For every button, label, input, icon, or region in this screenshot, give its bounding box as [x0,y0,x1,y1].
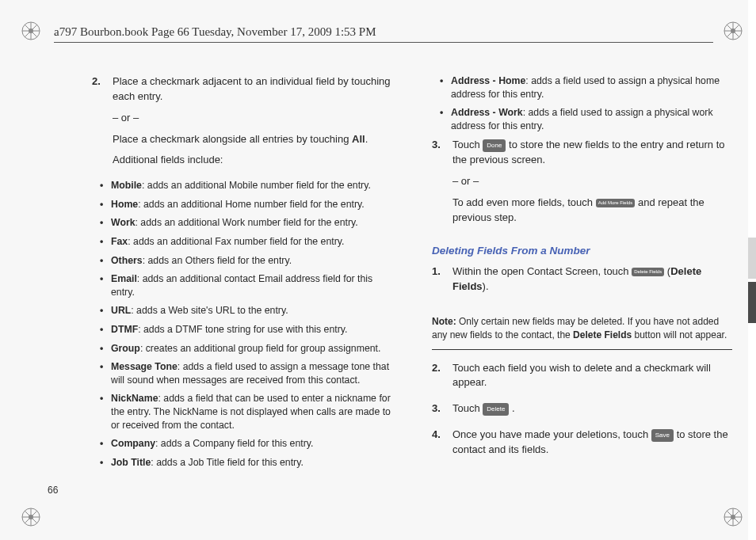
list-item: URL: adds a Web site's URL to the entry. [100,304,392,318]
step-number: 4. [432,428,452,464]
step-or: – or – [113,111,392,126]
page-header: a797 Bourbon.book Page 66 Tuesday, Novem… [54,25,713,43]
right-column: Address - Home: adds a field used to ass… [427,74,732,508]
list-item: Mobile: adds an additional Mobile number… [100,179,392,192]
step-2: 2. Place a checkmark adjacent to an indi… [92,74,392,174]
corner-ornament-icon [17,17,44,44]
delete-button-icon: Delete [483,403,509,416]
list-item: Group: creates an additional group field… [100,342,392,356]
step-text: Within the open Contact Screen, touch De… [452,264,732,295]
svg-point-23 [731,515,735,519]
svg-point-5 [29,29,33,33]
additional-fields-list-continued: Address - Home: adds a field used to ass… [440,74,732,132]
list-item: Home: adds an additional Home number fie… [100,198,392,211]
list-item: NickName: adds a field that can be used … [100,392,392,432]
svg-point-11 [731,29,735,33]
step-text: To add even more fields, touch Add More … [452,196,732,226]
step-or: – or – [452,174,732,189]
done-button-icon: Done [483,139,506,152]
step-text: Place a checkmark adjacent to an individ… [113,74,392,105]
note-block: Note: Only certain new fields may be del… [432,309,732,350]
delete-step-3: 3. Touch Delete . [432,401,732,423]
corner-ornament-icon [720,17,746,44]
delete-step-1: 1. Within the open Contact Screen, touch… [432,264,732,301]
delete-fields-button-icon: Delete Fields [632,268,664,276]
edge-tab [748,238,756,279]
step-text: Additional fields include: [113,153,392,168]
list-item: Email: adds an additional contact Email … [100,272,392,299]
list-item: Others: adds an Others field for the ent… [100,254,392,268]
list-item: Address - Work: adds a field used to ass… [440,106,732,132]
corner-ornament-icon [17,504,44,530]
step-text: Touch Delete . [452,401,732,416]
note-label: Note: [432,316,459,327]
page-number: 66 [48,485,58,496]
list-item: Message Tone: adds a field used to assig… [100,360,392,386]
step-text: Once you have made your deletions, touch… [452,428,732,458]
list-item: Fax: adds an additional Fax number field… [100,235,392,249]
list-item: Address - Home: adds a field used to ass… [440,74,732,101]
list-item: Job Title: adds a Job Title field for th… [100,456,392,470]
list-item: Company: adds a Company field for this e… [100,437,392,451]
left-column: 2. Place a checkmark adjacent to an indi… [92,74,397,508]
edge-tab-active [748,282,756,323]
page-body: 2. Place a checkmark adjacent to an indi… [92,74,732,508]
step-3: 3. Touch Done to store the new fields to… [432,138,732,231]
edge-tabs [748,0,756,540]
section-heading: Deleting Fields From a Number [432,243,732,259]
list-item: Work: adds an additional Work number fie… [100,216,392,230]
additional-fields-list: Mobile: adds an additional Mobile number… [100,179,392,469]
step-text: Place a checkmark alongside all entries … [113,132,392,147]
save-button-icon: Save [651,429,674,442]
svg-point-17 [29,515,33,519]
delete-step-4: 4. Once you have made your deletions, to… [432,428,732,464]
step-number: 1. [432,264,452,301]
step-number: 3. [432,401,452,423]
step-number: 2. [432,361,452,397]
add-more-fields-button-icon: Add More Fields [596,199,636,207]
step-number: 3. [432,138,452,231]
step-number: 2. [92,74,113,174]
delete-step-2: 2. Touch each field you wish to delete a… [432,361,732,397]
step-text: Touch Done to store the new fields to th… [452,138,732,168]
step-text: Touch each field you wish to delete and … [452,361,732,391]
list-item: DTMF: adds a DTMF tone string for use wi… [100,323,392,337]
